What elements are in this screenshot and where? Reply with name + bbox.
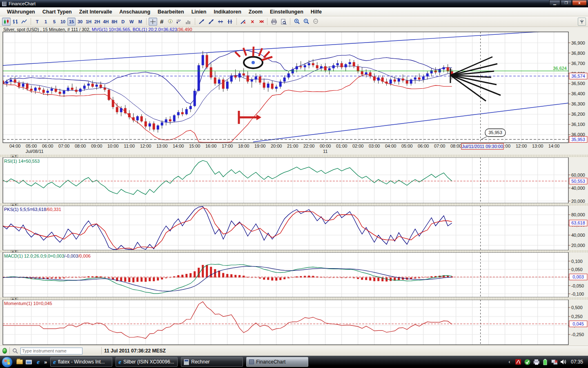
delete-selected-button[interactable]: × — [248, 18, 256, 26]
chart-canvas[interactable]: 36,62435,95336,90036,80036,70036,60036,5… — [0, 0, 588, 368]
volume-histogram-button[interactable] — [184, 18, 193, 26]
pin-panel-button[interactable] — [578, 18, 586, 26]
interval-button-d[interactable]: D — [119, 18, 127, 26]
interval-button-1h[interactable]: 1H — [85, 18, 93, 26]
zoom-reset-button[interactable] — [311, 18, 320, 26]
svg-text:13:00: 13:00 — [532, 144, 543, 148]
tray-volume-icon[interactable] — [560, 359, 566, 365]
panel-splitter-grip[interactable]: ▲▼ — [11, 155, 18, 157]
tray-battery-icon[interactable] — [542, 359, 548, 365]
panel-splitter-grip[interactable]: ▲▼ — [11, 297, 18, 300]
vertical-line-tool-icon — [227, 19, 233, 25]
restore-button[interactable]: ❐ — [561, 0, 572, 6]
menu-zoom[interactable]: Zoom — [245, 8, 266, 16]
momentum-panel[interactable] — [3, 300, 570, 345]
menu-bearbeiten[interactable]: Bearbeiten — [154, 8, 188, 16]
print-preview-button[interactable] — [279, 18, 288, 26]
taskbar-button-silber[interactable]: eSilber (ISIN XC00096... — [116, 357, 178, 367]
interval-button-8h[interactable]: 8H — [110, 18, 118, 26]
interval-button-5[interactable]: 5 — [50, 18, 58, 26]
trendline-both-ends-button[interactable] — [207, 18, 216, 26]
vertical-line-tool-button[interactable] — [225, 18, 234, 26]
toolbar-separator — [195, 18, 195, 25]
zoom-out-button[interactable] — [302, 18, 311, 26]
interval-button-2h[interactable]: 2H — [93, 18, 101, 26]
quicklaunch-overflow-chevron[interactable]: » — [44, 359, 47, 365]
menu-linien[interactable]: Linien — [188, 8, 210, 16]
panel-splitter[interactable]: ▲▼ — [0, 297, 588, 300]
macd-panel[interactable] — [2, 252, 570, 297]
taskbar-clock[interactable]: 07:35 — [571, 359, 583, 365]
delete-all-button[interactable]: ×× — [257, 18, 265, 26]
print-button[interactable] — [270, 18, 278, 26]
quicklaunch-ie-icon[interactable]: e — [35, 359, 42, 366]
hline-label: 36,624 — [553, 66, 567, 71]
instrument-search-input[interactable] — [20, 348, 82, 355]
menu-anschauung[interactable]: Anschauung — [116, 8, 154, 16]
quicklaunch-folder-icon[interactable] — [16, 359, 23, 366]
interval-button-4h[interactable]: 4H — [102, 18, 110, 26]
panel-splitter[interactable]: ▲▼ — [0, 155, 588, 157]
menu-einstellungen[interactable]: Einstellungen — [266, 8, 307, 16]
menu-indikatoren[interactable]: Indikatoren — [210, 8, 245, 16]
svg-text:05:00: 05:00 — [401, 144, 413, 148]
grid-toggle-button[interactable]: # — [158, 18, 166, 26]
svg-text:36,400: 36,400 — [571, 91, 585, 96]
chart-type-bar-button[interactable] — [11, 18, 20, 26]
interval-button-15[interactable]: 15 — [67, 18, 76, 26]
svg-text:0,050: 0,050 — [571, 267, 583, 272]
rsi-panel[interactable] — [3, 157, 570, 203]
trendline-tool-button[interactable] — [197, 18, 206, 26]
toolbar-separator — [267, 18, 267, 25]
tray-adobe-icon[interactable] — [515, 359, 521, 365]
interval-button-10[interactable]: 10 — [59, 18, 67, 26]
ie-icon: e — [118, 359, 121, 366]
chart-type-candlestick-button[interactable] — [2, 18, 11, 26]
panel-splitter-grip[interactable]: ▲▼ — [11, 250, 18, 252]
menu-chart-typen[interactable]: Chart Typen — [39, 8, 76, 16]
crosshair-tool-button[interactable] — [149, 18, 157, 26]
info-balloon-button[interactable]: i — [166, 18, 174, 26]
zoom-in-button[interactable] — [292, 18, 301, 26]
panel-splitter[interactable]: ▲▼ — [0, 250, 588, 252]
quicklaunch-desktop-icon[interactable] — [25, 359, 32, 366]
menu-zeit-intervalle[interactable]: Zeit Intervalle — [76, 8, 116, 16]
taskbar-button-financechart[interactable]: FinanceChart — [246, 357, 308, 367]
interval-button-m[interactable]: M — [136, 18, 144, 26]
tray-collapse-chevron[interactable]: ‹ — [506, 359, 512, 365]
interval-button-30[interactable]: 30 — [76, 18, 84, 26]
svg-text:36,300: 36,300 — [571, 101, 585, 106]
print-preview-icon — [280, 19, 287, 25]
interval-button-1[interactable]: 1 — [42, 18, 50, 26]
delete-line-tool-button[interactable]: × — [239, 18, 248, 26]
toolbar-separator — [31, 18, 31, 25]
chart-type-line-button[interactable] — [20, 18, 29, 26]
tray-network-disconnected-icon[interactable] — [551, 359, 557, 365]
interval-button-w[interactable]: W — [127, 18, 136, 26]
svg-text:1²: 1² — [178, 19, 181, 22]
status-separator — [101, 347, 102, 355]
panel-splitter-grip[interactable]: ▲▼ — [11, 203, 18, 206]
main-price-chart[interactable]: 36,62435,953 — [2, 30, 570, 143]
svg-text:18:00: 18:00 — [238, 144, 249, 148]
value-marker-icon: 1² — [176, 19, 183, 25]
svg-text:08:00: 08:00 — [450, 144, 462, 148]
financechart-icon — [249, 359, 254, 364]
svg-text:36,900: 36,900 — [571, 40, 585, 45]
horizontal-line-tool-button[interactable] — [216, 18, 225, 26]
stochastic-panel[interactable] — [3, 206, 570, 250]
app-icon — [2, 2, 7, 6]
taskbar-button-rechner[interactable]: Rechner — [181, 357, 243, 367]
minimize-button[interactable]: ▁ — [549, 0, 560, 6]
panel-splitter[interactable]: ▲▼ — [0, 203, 588, 206]
tray-printer-icon[interactable] — [533, 359, 539, 365]
taskbar-button-flatex[interactable]: eflatex - Windows Int... — [50, 357, 112, 367]
svg-text:03:00: 03:00 — [369, 144, 380, 148]
start-button[interactable] — [2, 357, 13, 368]
value-marker-button[interactable]: 1² — [175, 18, 184, 26]
tray-antivirus-icon[interactable] — [524, 359, 530, 365]
close-button[interactable]: x — [572, 0, 587, 6]
menu-hilfe[interactable]: Hilfe — [307, 8, 325, 16]
interval-button-t[interactable]: T — [33, 18, 41, 26]
menu-währungen[interactable]: Währungen — [3, 8, 39, 16]
